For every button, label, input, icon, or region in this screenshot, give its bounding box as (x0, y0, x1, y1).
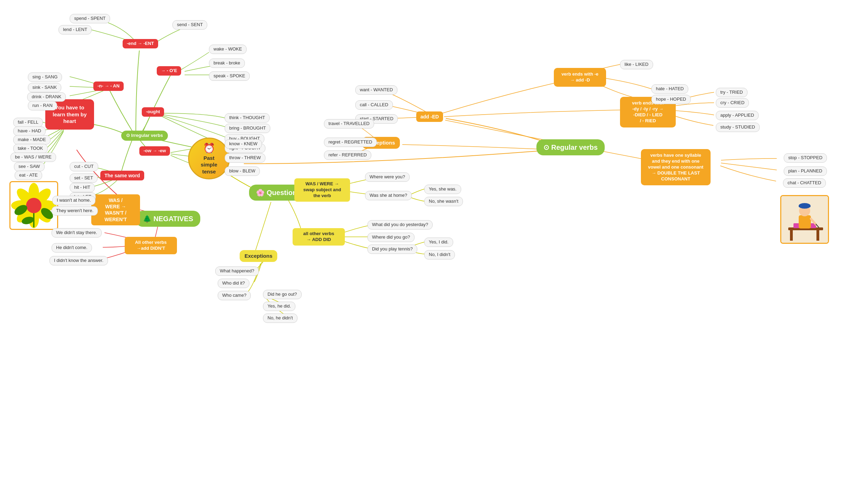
was-were-neg-node: WAS / WERE → WASN'T / WEREN'T (91, 194, 140, 225)
leaf-did-play: Did you play tennis? (367, 245, 417, 254)
leaf-who-did: Who did it? (218, 279, 249, 288)
leaf-no-he: No, he didn't (263, 313, 297, 323)
leaf-where-were: Where were you? (365, 172, 410, 182)
past-simple-label: Past simple tense (201, 155, 217, 175)
leaf-sing: sing - SANG (28, 72, 62, 82)
leaf-wasnt-home: I wasn't at home. (52, 196, 95, 205)
leaf-blow: blow - BLEW (225, 166, 260, 176)
leaf-take: take - TOOK (13, 144, 48, 153)
verb-ends-e-node: verb ends with -e → add -D (554, 68, 606, 87)
ow-ew-node: -ow → -ew (139, 146, 170, 156)
leaf-hope: hope - HOPED (651, 95, 691, 104)
leaf-cut: cut - CUT (70, 162, 98, 171)
leaf-sink: sink - SANK (28, 83, 61, 92)
leaf-what-did: What did you do yesterday? (367, 220, 433, 230)
irregular-verbs-node: ⊙ Irregular verbs (121, 131, 168, 141)
leaf-eat: eat - ATE (15, 171, 42, 180)
leaf-was-she: Was she at home? (365, 191, 412, 200)
leaf-lend: lend - LENT (59, 25, 92, 34)
leaf-spend: spend - SPENT (70, 14, 110, 23)
n-an-node: -n- → - AN (93, 82, 124, 91)
leaf-werent-here: They weren't here. (52, 206, 98, 216)
leaf-didnt-come: He didn't come. (52, 243, 92, 253)
leaf-set: set - SET (70, 173, 98, 183)
leaf-chat: chat - CHATTED (783, 178, 826, 188)
leaf-plan: plan - PLANNED (784, 166, 827, 176)
leaf-think: think - THOUGHT (225, 113, 270, 123)
leaf-see: see - SAW (14, 162, 45, 171)
leaf-didnt-stay: We didn't stay there. (52, 228, 102, 238)
leaf-know: know - KNEW (225, 139, 262, 149)
ought-node: -ought (142, 107, 164, 117)
leaf-no-she: No, she wasn't (424, 197, 463, 206)
leaf-try: try - TRIED (716, 88, 747, 97)
leaf-travel: travel - TRAVELLED (324, 119, 374, 129)
all-other-q-node: all other verbs → ADD DID (293, 228, 345, 246)
svg-rect-16 (816, 230, 819, 241)
leaf-refer: refer - REFERRED (324, 150, 371, 160)
same-word-node: The same word (100, 171, 144, 180)
exceptions-questions-node: Exceptions (240, 250, 277, 262)
leaf-like: like - LIKED (620, 60, 653, 69)
end-ent-node: -end → -ENT (123, 39, 158, 48)
leaf-who-came: Who came? (218, 291, 251, 300)
svg-rect-15 (790, 230, 793, 241)
leaf-call: call - CALLED (355, 100, 393, 110)
leaf-wake: wake - WOKE (209, 45, 247, 54)
leaf-fall: fall - FELL (13, 118, 43, 127)
all-other-neg-node: All other verbs →add DIDN'T (125, 237, 177, 254)
leaf-apply: apply - APPLIED (716, 111, 759, 120)
person-image (780, 195, 829, 244)
leaf-where-did: Where did you go? (367, 233, 414, 242)
verbs-one-syl-node: verbs have one syllable and they end wit… (641, 149, 711, 185)
was-were-q-node: WAS / WERE → swap subject and the verb (294, 178, 350, 202)
leaf-yes-i-did: Yes, I did. (424, 238, 453, 247)
leaf-break: break - broke (209, 59, 245, 68)
add-ed-node: add -ED (416, 111, 443, 122)
leaf-bring: bring - BROUGHT (225, 124, 270, 133)
leaf-did-he: Did he go out? (263, 290, 302, 299)
leaf-yes-she: Yes, she was. (424, 185, 461, 194)
leaf-no-i-didnt: No, I didn't (424, 250, 455, 259)
leaf-make: make - MADE (13, 135, 51, 145)
flower-image (9, 181, 58, 230)
leaf-run: run - RAN (28, 101, 57, 110)
leaf-what-happened: What happened? (215, 266, 259, 276)
leaf-yes-he: Yes, he did. (263, 302, 295, 311)
leaf-hate: hate - HATED (651, 84, 688, 94)
leaf-send: send - SENT (172, 20, 207, 30)
leaf-want: want - WANTED (355, 85, 397, 95)
negatives-node: 🌲 NEGATIVES (136, 211, 200, 227)
svg-rect-22 (799, 205, 811, 207)
oe-node: → - O'E (157, 66, 181, 76)
leaf-regret: regret - REGRETTED (324, 138, 377, 147)
leaf-cry: cry - CRIED (716, 98, 749, 108)
svg-rect-19 (799, 215, 811, 228)
regular-verbs-node: ⊙ Regular verbs (536, 139, 605, 155)
leaf-hit: hit - HIT (70, 183, 95, 192)
leaf-throw: throw - THREW (225, 153, 265, 163)
leaf-speak: speak - SPOKE (209, 71, 250, 81)
past-simple-node: ⏰ Past simple tense (188, 138, 230, 179)
leaf-didnt-know: I didn't know the answer. (49, 256, 108, 265)
leaf-drink: drink - DRANK (27, 92, 66, 102)
leaf-study: study - STUDIED (716, 123, 760, 132)
leaf-be: be - WAS / WERE (10, 153, 56, 162)
leaf-stop: stop - STOPPED (784, 153, 827, 163)
svg-point-8 (26, 198, 41, 213)
leaf-have: have - HAD (13, 126, 46, 136)
